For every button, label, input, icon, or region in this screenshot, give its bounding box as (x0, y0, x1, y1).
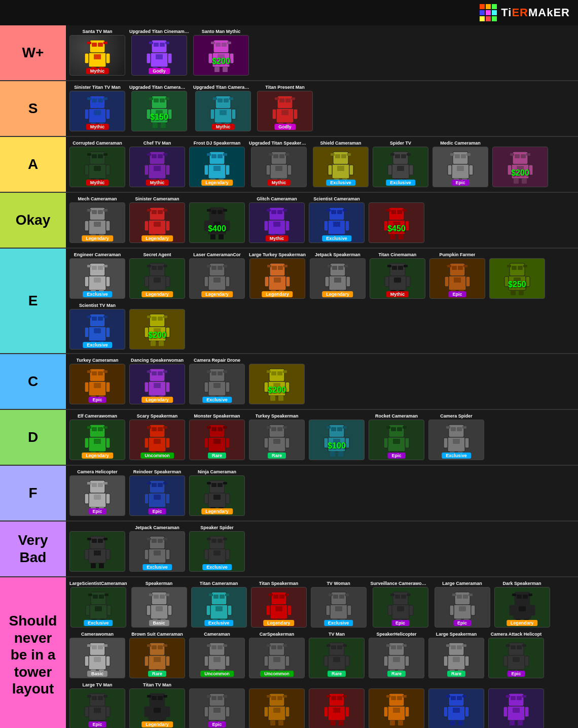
list-item[interactable]: Dark Speakerman Legendary (494, 581, 550, 628)
list-item[interactable]: Camera Helicopter Epic (69, 469, 125, 516)
list-item[interactable]: Scary Speakerman Uncommon (129, 413, 185, 460)
list-item[interactable]: $250 (489, 252, 545, 299)
list-item[interactable]: Large TV Man Epic (69, 682, 125, 728)
list-item[interactable]: Speakerman Basic (131, 581, 187, 628)
list-item[interactable]: Spider TV Exclusive (373, 141, 428, 187)
list-item[interactable]: Reindeer Speakerman Epic (129, 469, 185, 516)
list-item[interactable]: $200 (129, 303, 185, 350)
list-item[interactable]: TV Woman Exclusive (311, 581, 367, 628)
list-item[interactable]: Upgraded Titan Speakerman Mythic (249, 141, 309, 187)
svg-rect-600 (459, 606, 466, 611)
list-item[interactable]: Corrupted Cameraman Mythic (69, 141, 125, 187)
list-item[interactable]: $100 (309, 413, 365, 460)
list-item[interactable]: LargeScientistCameraman Exclusive (69, 581, 127, 628)
svg-rect-661 (327, 644, 331, 647)
list-item[interactable]: Surveillance Camerawoman Epic (371, 581, 430, 628)
list-item[interactable]: Upgraded Titan Cinemaman Godly (129, 29, 189, 76)
svg-rect-183 (144, 221, 149, 231)
list-item[interactable]: Titan Present Man Godly (257, 85, 313, 131)
list-item[interactable]: Glitch Cameraman Mythic (249, 196, 305, 243)
list-item[interactable]: Ninja Cameraman Legendary (189, 469, 245, 516)
list-item[interactable]: TV Man Rare (309, 632, 365, 678)
list-item[interactable]: Camera Spider Exclusive (428, 413, 484, 460)
list-item[interactable]: Laser CameramanCor Legendary (189, 252, 245, 299)
list-item[interactable]: $400 (189, 196, 245, 243)
list-item[interactable]: Santa TV Man Mythic (69, 29, 125, 76)
list-item[interactable]: Large Speakerman Rare (428, 632, 484, 678)
svg-rect-584 (390, 594, 394, 596)
list-item[interactable]: Scientist TV Man Exclusive (69, 303, 125, 350)
list-item[interactable]: Sinister Titan TV Man Mythic (69, 85, 125, 131)
list-item[interactable]: Mech Cameraman Legendary (69, 196, 125, 243)
list-item[interactable]: $200 (249, 358, 305, 404)
list-item[interactable] (249, 682, 305, 728)
list-item[interactable]: Upgraded Titan Cameraman $150 (129, 85, 189, 131)
list-item[interactable]: Rocket Cameraman Epic (369, 413, 424, 460)
svg-rect-722 (144, 707, 149, 717)
list-item[interactable]: Titan TV Man Legendary (129, 682, 185, 728)
list-item[interactable]: $200 (492, 141, 548, 187)
list-item[interactable]: Shield Cameraman Exclusive (313, 141, 369, 187)
svg-rect-694 (506, 644, 510, 647)
svg-rect-791 (518, 720, 523, 725)
svg-rect-400 (158, 427, 163, 431)
list-item[interactable]: Pumpkin Farmer Epic (429, 252, 485, 299)
svg-rect-17 (156, 54, 163, 59)
list-item[interactable] (428, 682, 484, 728)
svg-rect-696 (511, 645, 516, 649)
svg-rect-787 (513, 708, 520, 713)
list-item[interactable]: CarSpeakerman Uncommon (249, 632, 305, 678)
item-name-label: Chef TV Man (143, 141, 171, 146)
svg-rect-301 (458, 266, 463, 270)
list-item[interactable]: Secret Agent Legendary (129, 252, 185, 299)
svg-rect-157 (515, 154, 520, 158)
list-item[interactable]: Medic Cameraman Epic (432, 141, 488, 187)
list-item[interactable]: Titan Cameraman Exclusive (191, 581, 247, 628)
svg-rect-221 (386, 209, 390, 212)
list-item[interactable]: Large Turkey Speakerman Legendary (249, 252, 306, 299)
tier-content-d: Elf Camerawoman LegendaryScary Speakerma… (66, 410, 578, 465)
list-item[interactable]: Turkey Speakerman Rare (249, 413, 305, 460)
svg-rect-774 (457, 696, 462, 700)
list-item[interactable]: $450 (369, 196, 424, 243)
list-item[interactable]: Brown Suit Cameraman Rare (129, 632, 185, 678)
list-item[interactable]: Monster Speakerman Rare (189, 413, 245, 460)
svg-rect-710 (94, 708, 101, 713)
svg-rect-281 (334, 278, 341, 283)
list-item[interactable]: Chef TV Man Mythic (129, 141, 185, 187)
list-item[interactable]: Turkey Cameraman Epic (69, 358, 125, 404)
list-item[interactable]: Frost DJ Speakerman Legendary (189, 141, 245, 187)
item-name-label: Brown Suit Cameraman (131, 632, 183, 637)
list-item[interactable]: SpeakerHelicopter Rare (369, 632, 424, 678)
list-item[interactable]: Upgraded Titan Cameraman Mythic (193, 85, 253, 131)
list-item[interactable] (309, 682, 365, 728)
list-item[interactable]: Elf Camerawoman Legendary (69, 413, 125, 460)
list-item[interactable] (369, 682, 424, 728)
list-item[interactable]: Large Cameraman Epic (435, 581, 490, 628)
svg-rect-6 (94, 54, 101, 59)
list-item[interactable]: Camera Repair Drone Exclusive (189, 358, 245, 404)
svg-rect-712 (106, 707, 110, 717)
list-item[interactable]: Titan Speakerman Legendary (251, 581, 307, 628)
item-price: $200 (148, 331, 166, 340)
list-item[interactable]: Santo Man Mythic $200 (193, 29, 249, 76)
list-item[interactable]: Speaker Spider Exclusive (189, 525, 245, 572)
list-item[interactable] (69, 525, 125, 572)
list-item[interactable]: Dancing Speakerwoman Legendary (129, 358, 185, 404)
svg-rect-728 (223, 695, 227, 698)
list-item[interactable]: Scientist Cameraman Exclusive (309, 196, 365, 243)
list-item[interactable]: Titan Cinemaman Mythic (370, 252, 425, 299)
list-item[interactable]: Camerawoman Basic (69, 632, 125, 678)
list-item[interactable]: Epic (189, 682, 245, 728)
list-item[interactable]: Jetpack Cameraman Exclusive (129, 525, 185, 572)
logo-cell (486, 10, 491, 15)
tiermaker-logo: TiERMAkER (480, 4, 570, 21)
list-item[interactable]: Jetpack Speakerman Legendary (310, 252, 366, 299)
svg-rect-105 (213, 166, 221, 171)
list-item[interactable] (488, 682, 544, 728)
list-item[interactable]: Sinister Cameraman Legendary (129, 196, 185, 243)
list-item[interactable]: Camera Attack Helicopt Epic (488, 632, 544, 678)
list-item[interactable]: Engineer Cameraman Exclusive (69, 252, 125, 299)
list-item[interactable]: Cameraman Uncommon (189, 632, 245, 678)
item-price: $250 (508, 280, 526, 289)
